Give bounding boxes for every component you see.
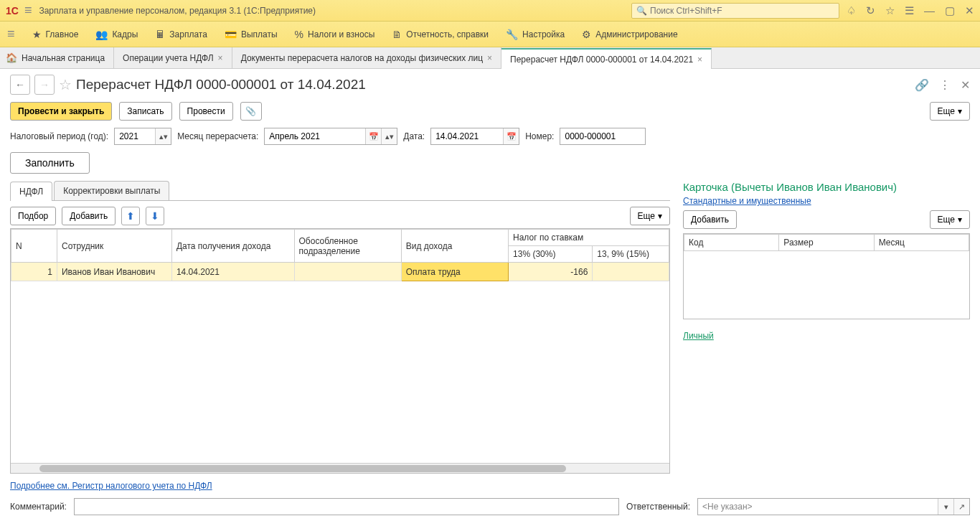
close-icon[interactable]: ✕ <box>965 4 974 17</box>
select-button[interactable]: Подбор <box>10 207 56 225</box>
col-n[interactable]: N <box>11 230 57 263</box>
tab-documents[interactable]: Документы перерасчета налогов на доходы … <box>232 47 501 68</box>
menu-toggle-icon[interactable]: ≡ <box>7 27 15 42</box>
spinner-icon[interactable]: ▴▾ <box>381 128 397 144</box>
search-icon: 🔍 <box>636 6 647 16</box>
spinner-icon[interactable]: ▴▾ <box>155 128 171 144</box>
date-input[interactable] <box>431 128 503 144</box>
menu-main[interactable]: ★Главное <box>32 29 79 40</box>
horizontal-scrollbar[interactable] <box>11 463 669 473</box>
number-input[interactable] <box>560 128 646 145</box>
col-income-date[interactable]: Дата получения дохода <box>171 230 294 263</box>
tab-operations[interactable]: Операции учета НДФЛ × <box>114 47 232 68</box>
main-grid[interactable]: N Сотрудник Дата получения дохода Обособ… <box>10 228 670 474</box>
date-field[interactable]: 📅 <box>430 128 519 145</box>
more-button[interactable]: Еще▾ <box>930 102 970 121</box>
menu-reports[interactable]: 🗎Отчетность, справки <box>392 29 489 40</box>
tab-recalc[interactable]: Перерасчет НДФЛ 0000-000001 от 14.04.202… <box>501 48 712 69</box>
forward-button[interactable]: → <box>34 75 55 95</box>
filter-icon[interactable]: ☰ <box>905 4 914 17</box>
col-code[interactable]: Код <box>684 235 779 251</box>
back-button[interactable]: ← <box>10 75 30 95</box>
cell-income-date[interactable]: 14.04.2021 <box>171 263 294 281</box>
standard-deductions-link[interactable]: Стандартные и имущественные <box>683 196 970 206</box>
table-row[interactable]: 1 Иванов Иван Иванович 14.04.2021 Оплата… <box>11 263 669 281</box>
favorite-icon[interactable]: ☆ <box>59 76 72 93</box>
close-icon[interactable]: × <box>697 55 702 65</box>
global-search[interactable]: 🔍 <box>631 3 839 19</box>
post-button[interactable]: Провести <box>179 102 233 121</box>
responsible-label: Ответственный: <box>626 502 690 512</box>
number-label: Номер: <box>525 131 554 141</box>
menu-taxes[interactable]: %Налоги и взносы <box>295 29 375 40</box>
period-field[interactable]: ▴▾ <box>114 128 171 145</box>
register-link[interactable]: Подробнее см. Регистр налогового учета п… <box>10 481 212 491</box>
col-amount[interactable]: Размер <box>779 235 874 251</box>
col-month[interactable]: Месяц <box>874 235 969 251</box>
hamburger-icon[interactable]: ≡ <box>24 3 32 18</box>
col-employee[interactable]: Сотрудник <box>57 230 171 263</box>
close-icon[interactable]: × <box>218 53 223 63</box>
star-icon[interactable]: ☆ <box>885 4 895 17</box>
open-icon[interactable]: ↗ <box>953 499 969 515</box>
calendar-icon[interactable]: 📅 <box>503 128 519 144</box>
chevron-down-icon[interactable]: ▾ <box>938 499 953 515</box>
col-income-type[interactable]: Вид дохода <box>401 230 508 263</box>
attach-button[interactable]: 📎 <box>240 102 262 121</box>
kebab-icon[interactable]: ⋮ <box>939 78 951 92</box>
menu-personnel[interactable]: 👥Кадры <box>95 29 138 40</box>
wallet-icon: 💳 <box>225 29 237 40</box>
fill-button[interactable]: Заполнить <box>10 152 90 174</box>
history-icon[interactable]: ↻ <box>866 4 875 17</box>
cell-n[interactable]: 1 <box>11 263 57 281</box>
responsible-field[interactable]: ▾ ↗ <box>697 498 970 515</box>
menu-payments[interactable]: 💳Выплаты <box>225 29 278 40</box>
minimize-icon[interactable]: — <box>924 4 935 17</box>
menu-admin[interactable]: ⚙Администрирование <box>582 29 677 40</box>
cell-department[interactable] <box>294 263 401 281</box>
personal-link[interactable]: Личный <box>683 331 714 341</box>
close-icon[interactable]: × <box>487 53 492 63</box>
tab-ndfl[interactable]: НДФЛ <box>10 182 52 201</box>
month-field[interactable]: 📅 ▴▾ <box>264 128 397 145</box>
move-up-button[interactable]: ⬆ <box>121 207 140 225</box>
card-more-button[interactable]: Еще▾ <box>930 210 970 229</box>
home-icon: 🏠 <box>6 52 17 63</box>
post-and-close-button[interactable]: Провести и закрыть <box>10 102 112 121</box>
calendar-icon[interactable]: 📅 <box>365 128 381 144</box>
cell-employee[interactable]: Иванов Иван Иванович <box>57 263 171 281</box>
deductions-grid[interactable]: Код Размер Месяц <box>683 233 970 319</box>
move-down-button[interactable]: ⬇ <box>146 207 164 225</box>
app-title: Зарплата и управление персоналом, редакц… <box>39 6 631 16</box>
cell-rate1[interactable]: -166 <box>509 263 593 281</box>
page-title: Перерасчет НДФЛ 0000-000001 от 14.04.202… <box>76 77 910 93</box>
card-add-button[interactable]: Добавить <box>683 210 737 229</box>
period-input[interactable] <box>115 128 155 144</box>
search-input[interactable] <box>650 6 834 16</box>
cell-rate2[interactable] <box>593 263 669 281</box>
responsible-input[interactable] <box>698 499 938 515</box>
month-input[interactable] <box>265 128 365 144</box>
app-logo: 1C <box>6 5 19 17</box>
chevron-down-icon: ▾ <box>658 211 662 221</box>
chevron-down-icon: ▾ <box>958 106 962 116</box>
col-rate1[interactable]: 13% (30%) <box>509 246 593 263</box>
add-row-button[interactable]: Добавить <box>62 207 116 225</box>
menu-salary[interactable]: 🖩Зарплата <box>155 29 207 40</box>
bell-icon[interactable]: ♤ <box>847 4 856 17</box>
period-label: Налоговый период (год): <box>10 131 108 141</box>
col-rate2[interactable]: 13, 9% (15%) <box>593 246 669 263</box>
date-label: Дата: <box>403 131 425 141</box>
tab-home[interactable]: 🏠 Начальная страница <box>0 47 114 68</box>
save-button[interactable]: Записать <box>119 102 171 121</box>
tab-corrections[interactable]: Корректировки выплаты <box>54 181 169 200</box>
maximize-icon[interactable]: ▢ <box>945 4 955 17</box>
menu-settings[interactable]: 🔧Настройка <box>506 29 565 40</box>
grid-more-button[interactable]: Еще▾ <box>630 207 670 225</box>
col-department[interactable]: Обособленное подразделение <box>294 230 401 263</box>
comment-input[interactable] <box>74 498 619 515</box>
col-tax-rates[interactable]: Налог по ставкам <box>509 230 669 246</box>
close-icon[interactable]: ✕ <box>961 78 970 92</box>
cell-income-type[interactable]: Оплата труда <box>401 263 508 281</box>
link-icon[interactable]: 🔗 <box>915 78 929 92</box>
